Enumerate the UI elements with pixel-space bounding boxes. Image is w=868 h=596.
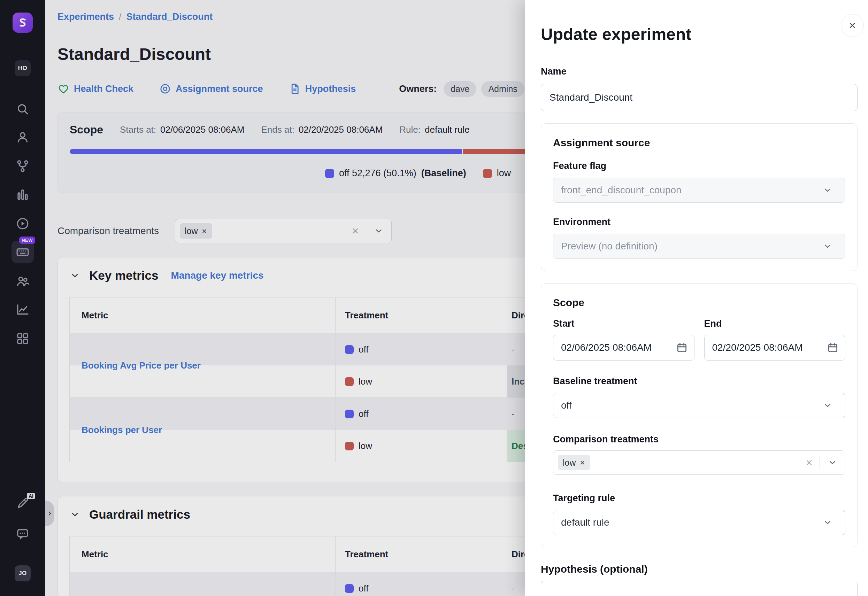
feature-flag-select: front_end_discount_coupon: [553, 178, 845, 203]
remove-chip-icon[interactable]: [580, 460, 585, 466]
assignment-source-heading: Assignment source: [553, 136, 845, 150]
environment-select: Preview (no definition): [553, 234, 845, 259]
baseline-treatment-label: Baseline treatment: [553, 376, 845, 387]
targeting-rule-label: Targeting rule: [553, 493, 845, 504]
comparison-treatments-select[interactable]: low: [553, 450, 845, 475]
start-date-input[interactable]: 02/06/2025 08:06AM: [553, 335, 694, 360]
hypothesis-textarea[interactable]: [541, 581, 858, 596]
feature-flag-label: Feature flag: [553, 161, 845, 171]
modal-dim-overlay[interactable]: [0, 0, 525, 596]
drawer-title: Update experiment: [541, 24, 858, 44]
chevron-down-icon[interactable]: [828, 458, 837, 467]
scope-heading: Scope: [553, 295, 845, 310]
clear-all-icon[interactable]: [805, 459, 813, 467]
chevron-down-icon[interactable]: [823, 518, 832, 527]
end-date-input[interactable]: 02/20/2025 08:06AM: [704, 335, 846, 360]
baseline-treatment-select[interactable]: off: [553, 393, 845, 418]
chevron-down-icon[interactable]: [823, 401, 832, 410]
environment-label: Environment: [553, 217, 845, 227]
chevron-down-icon: [823, 242, 832, 251]
targeting-rule-select[interactable]: default rule: [553, 510, 845, 535]
name-label: Name: [541, 66, 858, 77]
update-experiment-drawer: Update experiment Name Assignment source…: [525, 0, 868, 596]
close-button[interactable]: [841, 14, 864, 37]
calendar-icon: [827, 342, 839, 354]
hypothesis-heading: Hypothesis (optional): [541, 563, 858, 575]
end-label: End: [704, 319, 846, 329]
name-input[interactable]: [541, 84, 858, 111]
scope-card: Scope Start 02/06/2025 08:06AM End 02/20…: [541, 283, 858, 547]
start-label: Start: [553, 319, 694, 329]
comparison-treatments-label: Comparison treatments: [553, 434, 845, 445]
assignment-source-card: Assignment source Feature flag front_end…: [541, 123, 858, 271]
close-icon: [847, 21, 857, 30]
chevron-down-icon: [823, 186, 832, 195]
treatment-chip-low[interactable]: low: [558, 455, 590, 470]
calendar-icon: [676, 342, 688, 354]
